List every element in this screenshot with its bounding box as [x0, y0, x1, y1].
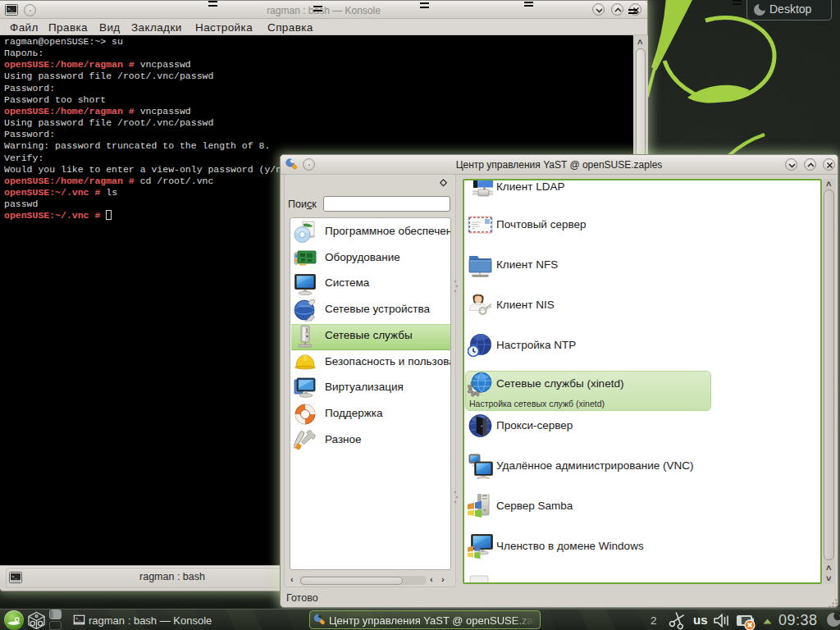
svg-text:>_: >_ [75, 616, 81, 622]
